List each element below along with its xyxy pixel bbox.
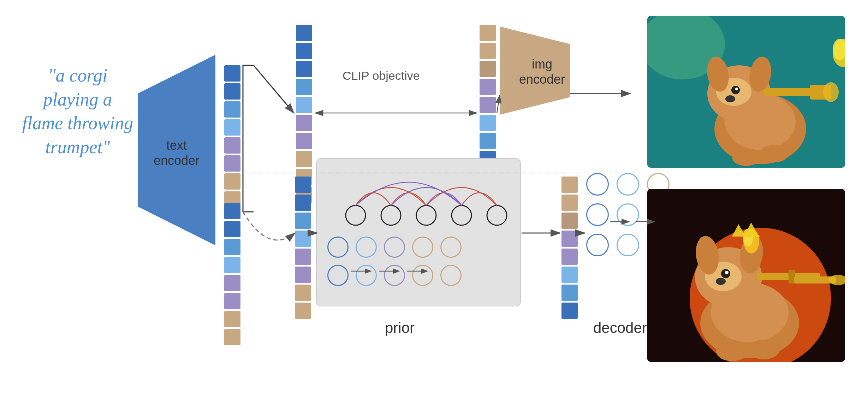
text-encoder-label: textencoder xyxy=(148,138,205,168)
svg-point-2 xyxy=(346,205,365,225)
svg-point-5 xyxy=(452,205,471,225)
text-embed-bottom xyxy=(224,203,240,345)
prior-label: prior xyxy=(385,320,415,336)
top-image-illustration xyxy=(647,16,845,168)
diagram-container: "a corgi playing a flame throwing trumpe… xyxy=(0,0,868,394)
bottom-image xyxy=(647,189,845,362)
svg-point-18 xyxy=(731,86,740,94)
ar-arrows xyxy=(351,261,492,282)
clip-objective-label: CLIP objective xyxy=(343,69,420,83)
decoder-label: decoder xyxy=(593,320,647,336)
svg-point-23 xyxy=(823,82,839,102)
prior-box xyxy=(316,158,521,306)
svg-point-6 xyxy=(487,205,507,225)
quote-text: "a corgi playing a flame throwing trumpe… xyxy=(21,64,134,159)
text-embed-top xyxy=(224,65,240,208)
svg-point-46 xyxy=(716,341,748,361)
svg-point-19 xyxy=(735,88,738,90)
attention-diagram xyxy=(327,166,511,226)
svg-point-40 xyxy=(716,278,726,285)
img-encoder-label: img encoder xyxy=(514,56,570,87)
svg-rect-21 xyxy=(764,88,813,96)
decoder-input-embed xyxy=(561,177,578,319)
svg-point-26 xyxy=(760,145,789,162)
bottom-image-illustration xyxy=(647,189,845,362)
svg-point-3 xyxy=(381,205,401,225)
svg-line-54 xyxy=(254,65,294,113)
svg-point-39 xyxy=(725,271,729,274)
svg-point-4 xyxy=(416,205,436,225)
svg-point-45 xyxy=(748,340,780,359)
top-image xyxy=(647,16,845,168)
svg-point-20 xyxy=(725,95,735,102)
svg-line-63 xyxy=(497,95,500,113)
prior-input-embed xyxy=(295,177,311,319)
svg-point-27 xyxy=(732,148,760,166)
